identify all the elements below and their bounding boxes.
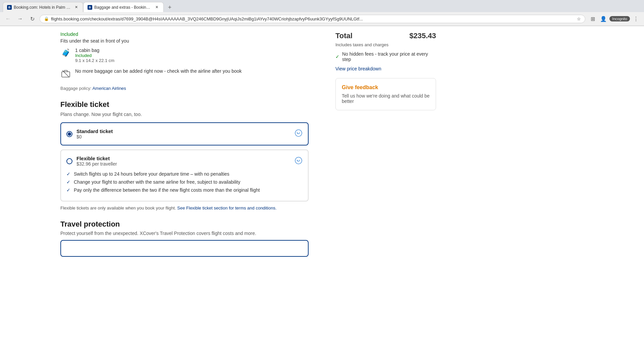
- standard-ticket-option[interactable]: Standard ticket $0: [60, 122, 309, 145]
- flexible-ticket-left: Flexible ticket $32.96 per traveller: [66, 156, 117, 167]
- url-text: flights.booking.com/checkout/extras/d769…: [51, 16, 575, 21]
- flexible-ticket-info: Flexible ticket $32.96 per traveller: [76, 156, 117, 167]
- no-hidden-fees-text: No hidden fees - track your price at eve…: [342, 51, 436, 62]
- tab-close-baggage[interactable]: ✕: [154, 5, 159, 10]
- no-more-baggage: No more baggage can be added right now -…: [60, 68, 309, 79]
- cabin-bag-name: 1 cabin bag: [75, 48, 114, 53]
- travel-protection-title: Travel protection: [60, 220, 309, 229]
- cabin-bag-item: 🧳 1 cabin bag Included 9.1 x 14.2 x 22.1…: [60, 48, 309, 63]
- cabin-bag-text: 1 cabin bag Included 9.1 x 14.2 x 22.1 c…: [75, 48, 114, 63]
- feature-text-2: Change your flight to another with the s…: [74, 179, 240, 185]
- standard-ticket-header: Standard ticket $0: [66, 128, 303, 139]
- extensions-button[interactable]: ⊞: [588, 14, 597, 23]
- toolbar-actions: ⊞ 👤 Incognito ⋮: [588, 14, 641, 23]
- flexible-ticket-title: Flexible ticket: [60, 100, 309, 109]
- tab-favicon-hotels: B: [7, 5, 12, 10]
- feature-3: ✓ Pay only the difference between the tw…: [66, 187, 303, 193]
- feedback-title: Give feedback: [342, 84, 430, 90]
- flexible-ticket-features: ✓ Switch flights up to 24 hours before y…: [66, 171, 303, 193]
- flexible-ticket-subtitle: Plans change. Now your flight can, too.: [60, 112, 309, 117]
- no-more-text: No more baggage can be added right now -…: [75, 68, 242, 74]
- svg-point-2: [295, 130, 302, 136]
- tab-close-hotels[interactable]: ✕: [73, 5, 79, 10]
- view-breakdown-link[interactable]: View price breakdown: [335, 66, 436, 71]
- back-button[interactable]: ←: [3, 14, 13, 23]
- new-tab-button[interactable]: +: [165, 3, 174, 12]
- flexible-ticket-header: Flexible ticket $32.96 per traveller: [66, 156, 303, 167]
- standard-ticket-refresh-icon: [294, 129, 303, 139]
- flexible-ticket-refresh-icon: [294, 157, 303, 166]
- tab-hotels[interactable]: B Booking.com: Hotels in Palm Sp... ✕: [3, 2, 83, 12]
- flexible-ticket-name: Flexible ticket: [76, 156, 117, 161]
- personal-item-description: Fits under the seat in front of you: [60, 38, 309, 44]
- feature-1: ✓ Switch flights up to 24 hours before y…: [66, 171, 303, 177]
- browser-toolbar: ← → ↻ 🔒 flights.booking.com/checkout/ext…: [0, 12, 644, 26]
- total-amount: $235.43: [409, 32, 436, 40]
- flexible-ticket-section: Flexible ticket Plans change. Now your f…: [60, 100, 309, 210]
- menu-button[interactable]: ⋮: [631, 14, 641, 23]
- browser-tabs: B Booking.com: Hotels in Palm Sp... ✕ B …: [0, 0, 644, 12]
- total-header: Total $235.43: [335, 32, 436, 40]
- profile-button[interactable]: 👤: [599, 14, 608, 23]
- standard-ticket-info: Standard ticket $0: [76, 128, 113, 139]
- standard-ticket-radio[interactable]: [66, 131, 72, 137]
- feature-text-3: Pay only the difference between the two …: [74, 187, 260, 193]
- star-icon[interactable]: ☆: [577, 16, 581, 21]
- check-green-icon: ✓: [335, 54, 339, 59]
- address-bar[interactable]: 🔒 flights.booking.com/checkout/extras/d7…: [40, 15, 585, 23]
- browser-chrome: B Booking.com: Hotels in Palm Sp... ✕ B …: [0, 0, 644, 26]
- travel-protection-box: [60, 240, 309, 257]
- standard-ticket-price: $0: [76, 134, 113, 139]
- baggage-policy-label: Baggage policy:: [60, 86, 92, 91]
- baggage-policy: Baggage policy: American Airlines: [60, 86, 309, 91]
- tab-baggage[interactable]: B Baggage and extras - Booking.c... ✕: [83, 2, 164, 12]
- svg-point-3: [295, 157, 302, 164]
- no-baggage-icon: [60, 68, 71, 79]
- airline-policy-link[interactable]: American Airlines: [92, 86, 126, 91]
- tab-title-hotels: Booking.com: Hotels in Palm Sp...: [14, 5, 71, 10]
- lock-icon: 🔒: [44, 16, 49, 21]
- travel-protection-section: Travel protection Protect yourself from …: [60, 220, 309, 257]
- svg-line-1: [62, 70, 69, 77]
- flexible-note: Flexible tickets are only available when…: [60, 205, 309, 210]
- baggage-info: Included Fits under the seat in front of…: [60, 32, 309, 91]
- feature-2: ✓ Change your flight to another with the…: [66, 179, 303, 185]
- cabin-bag-included: Included: [75, 53, 114, 58]
- check-icon-1: ✓: [66, 171, 70, 177]
- travel-protection-subtitle: Protect yourself from the unexpected. XC…: [60, 231, 309, 236]
- cabin-bag-icon: 🧳: [60, 48, 71, 58]
- check-icon-3: ✓: [66, 187, 70, 193]
- feedback-box[interactable]: Give feedback Tell us how we're doing an…: [335, 78, 436, 110]
- main-content: Included Fits under the seat in front of…: [0, 26, 322, 362]
- total-subtitle: Includes taxes and charges: [335, 42, 436, 47]
- flexible-note-text: Flexible tickets are only available when…: [60, 205, 176, 210]
- sidebar: Total $235.43 Includes taxes and charges…: [322, 26, 449, 362]
- personal-item-included: Included: [60, 32, 309, 37]
- cabin-bag-dimensions: 9.1 x 14.2 x 22.1 cm: [75, 58, 114, 63]
- standard-ticket-name: Standard ticket: [76, 128, 113, 134]
- flexible-ticket-price: $32.96 per traveller: [76, 161, 117, 167]
- no-hidden-fees: ✓ No hidden fees - track your price at e…: [335, 51, 436, 62]
- terms-link[interactable]: See Flexible ticket section for terms an…: [177, 205, 276, 210]
- total-label: Total: [335, 32, 353, 40]
- total-section: Total $235.43 Includes taxes and charges…: [335, 32, 436, 71]
- standard-ticket-left: Standard ticket $0: [66, 128, 113, 139]
- feature-text-1: Switch flights up to 24 hours before you…: [74, 171, 229, 177]
- check-icon-2: ✓: [66, 179, 70, 185]
- reload-button[interactable]: ↻: [28, 14, 37, 23]
- tab-title-baggage: Baggage and extras - Booking.c...: [94, 5, 152, 10]
- flexible-ticket-radio[interactable]: [66, 158, 72, 164]
- tab-favicon-baggage: B: [88, 5, 92, 10]
- forward-button[interactable]: →: [15, 14, 25, 23]
- incognito-badge: Incognito: [609, 16, 630, 21]
- flexible-ticket-option[interactable]: Flexible ticket $32.96 per traveller: [60, 149, 309, 201]
- feedback-text: Tell us how we're doing and what could b…: [342, 93, 430, 104]
- page-content: Included Fits under the seat in front of…: [0, 26, 644, 362]
